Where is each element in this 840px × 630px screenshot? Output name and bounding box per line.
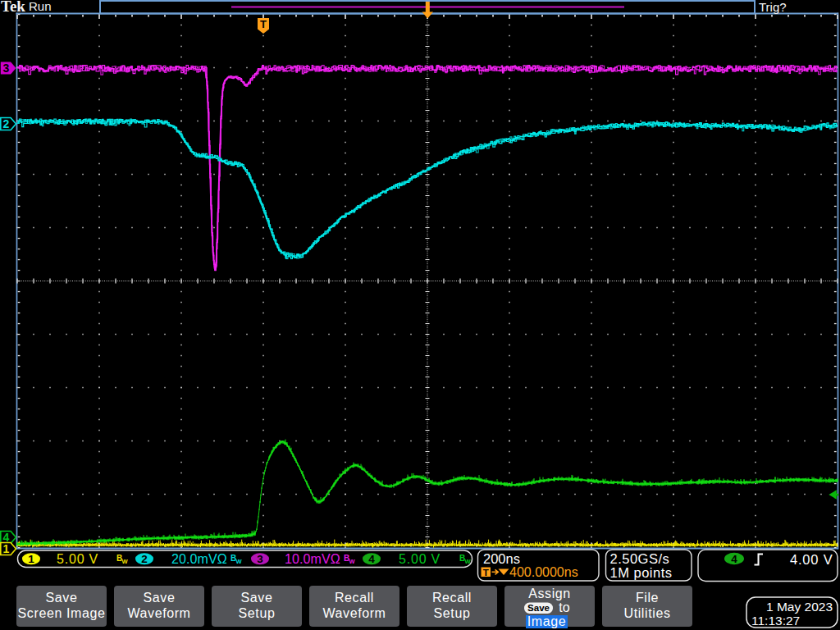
svg-text:20.0mVΩ: 20.0mVΩ — [171, 552, 227, 566]
svg-text:Waveform: Waveform — [127, 606, 190, 620]
svg-text:Waveform: Waveform — [322, 606, 386, 620]
svg-text:W: W — [465, 558, 472, 565]
svg-text:Trig?: Trig? — [759, 0, 787, 14]
svg-text:1: 1 — [3, 542, 10, 555]
svg-text:4: 4 — [368, 553, 375, 565]
svg-text:W: W — [349, 558, 356, 565]
svg-text:4.00 V: 4.00 V — [790, 552, 833, 567]
svg-text:3: 3 — [3, 62, 10, 75]
svg-text:T: T — [483, 568, 489, 578]
svg-text:5.00 V: 5.00 V — [57, 552, 98, 566]
svg-text:2: 2 — [141, 553, 148, 565]
svg-text:Screen Image: Screen Image — [18, 606, 106, 620]
svg-text:Tek: Tek — [1, 0, 25, 15]
svg-text:Utilities: Utilities — [624, 606, 671, 620]
svg-text:File: File — [636, 591, 659, 605]
svg-text:Save: Save — [527, 603, 550, 613]
svg-text:1 May 2023: 1 May 2023 — [766, 600, 833, 614]
svg-text:Assign: Assign — [528, 587, 571, 600]
svg-text:Recall: Recall — [432, 591, 472, 605]
svg-text:3: 3 — [257, 553, 263, 565]
svg-text:Setup: Setup — [239, 606, 276, 620]
svg-text:W: W — [236, 558, 243, 565]
svg-text:200ns: 200ns — [483, 551, 520, 566]
svg-text:Setup: Setup — [434, 606, 471, 620]
svg-text:2.50GS/s: 2.50GS/s — [610, 551, 670, 566]
svg-text:5.00 V: 5.00 V — [399, 552, 441, 566]
svg-text:T: T — [260, 18, 267, 30]
svg-text:Save: Save — [241, 591, 273, 605]
svg-text:2: 2 — [3, 117, 10, 130]
svg-text:Recall: Recall — [335, 591, 374, 605]
svg-text:Save: Save — [46, 591, 78, 605]
svg-text:Image: Image — [527, 614, 566, 628]
svg-text:10.0mVΩ: 10.0mVΩ — [285, 552, 340, 566]
svg-text:1: 1 — [28, 553, 34, 565]
svg-text:400.0000ns: 400.0000ns — [509, 565, 578, 579]
svg-text:W: W — [122, 558, 129, 565]
svg-text:4: 4 — [731, 553, 737, 565]
svg-text:1M points: 1M points — [610, 565, 673, 580]
svg-text:Save: Save — [144, 591, 176, 605]
svg-text:Run: Run — [29, 0, 52, 13]
svg-text:to: to — [559, 600, 569, 614]
svg-text:11:13:27: 11:13:27 — [751, 614, 800, 628]
